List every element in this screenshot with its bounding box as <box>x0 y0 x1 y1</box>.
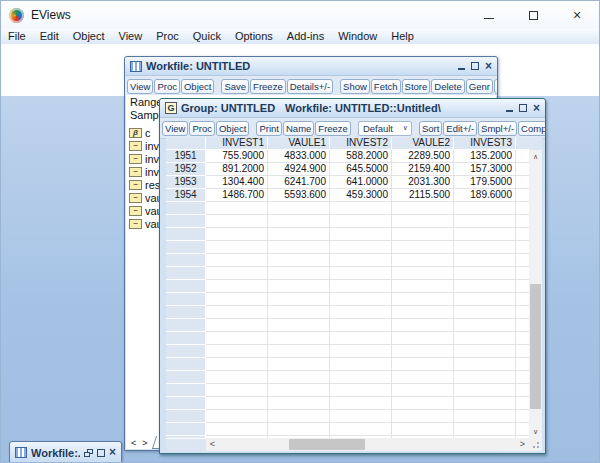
column-header[interactable]: VAULE1 <box>268 137 330 150</box>
wf-proc-button[interactable]: Proc <box>154 79 180 94</box>
table-cell-empty[interactable] <box>206 410 268 423</box>
minimized-workfile-bar[interactable]: Workfile:... × <box>9 441 122 463</box>
obs-cell-empty[interactable] <box>166 332 206 345</box>
grp-proc-button[interactable]: Proc <box>189 121 215 136</box>
table-cell-empty[interactable] <box>268 280 330 293</box>
table-cell-empty[interactable] <box>330 423 392 436</box>
table-cell-empty[interactable] <box>454 202 516 215</box>
workfile-minimize-icon[interactable] <box>458 68 465 70</box>
menu-edit[interactable]: Edit <box>33 29 66 44</box>
maximize-icon[interactable] <box>97 449 105 457</box>
obs-cell-empty[interactable] <box>166 397 206 410</box>
group-minimize-icon[interactable] <box>506 110 513 112</box>
menu-view[interactable]: View <box>112 29 150 44</box>
table-cell-empty[interactable] <box>206 267 268 280</box>
grp-object-button[interactable]: Object <box>216 121 249 136</box>
table-cell-empty[interactable] <box>454 397 516 410</box>
table-cell-empty[interactable] <box>268 267 330 280</box>
table-cell-empty[interactable] <box>392 202 454 215</box>
table-cell-empty[interactable] <box>206 293 268 306</box>
table-cell-empty[interactable] <box>268 293 330 306</box>
obs-cell-empty[interactable] <box>166 267 206 280</box>
table-cell-empty[interactable] <box>330 397 392 410</box>
table-cell[interactable]: 4833.000 <box>268 150 330 163</box>
table-cell[interactable]: 1304.400 <box>206 176 268 189</box>
column-header[interactable]: VAULE2 <box>392 137 454 150</box>
table-cell-empty[interactable] <box>206 202 268 215</box>
table-cell[interactable]: 135.2000 <box>454 150 516 163</box>
main-titlebar[interactable]: EViews × <box>1 1 599 29</box>
table-cell-empty[interactable] <box>392 384 454 397</box>
wf-show-button[interactable]: Show <box>340 79 370 94</box>
wf-details-button[interactable]: Details+/- <box>287 79 333 94</box>
table-cell[interactable]: 2031.300 <box>392 176 454 189</box>
obs-cell[interactable]: 1954 <box>166 189 206 202</box>
restore-icon[interactable] <box>84 449 93 457</box>
table-cell-empty[interactable] <box>268 319 330 332</box>
wf-freeze-button[interactable]: Freeze <box>250 79 286 94</box>
table-cell-empty[interactable] <box>330 280 392 293</box>
menu-help[interactable]: Help <box>384 29 421 44</box>
table-cell-empty[interactable] <box>206 306 268 319</box>
grp-print-button[interactable]: Print <box>256 121 282 136</box>
grp-freeze-button[interactable]: Freeze <box>315 121 351 136</box>
obs-cell-empty[interactable] <box>166 358 206 371</box>
table-cell-empty[interactable] <box>454 384 516 397</box>
table-cell-empty[interactable] <box>330 410 392 423</box>
grp-view-button[interactable]: View <box>162 121 188 136</box>
group-titlebar[interactable]: G Group: UNTITLED Workfile: UNTITLED::Un… <box>160 99 545 118</box>
obs-cell-empty[interactable] <box>166 410 206 423</box>
column-header[interactable]: INVEST2 <box>330 137 392 150</box>
wf-sample-button[interactable]: Sample <box>494 79 497 94</box>
menu-addins[interactable]: Add-ins <box>280 29 331 44</box>
wf-view-button[interactable]: View <box>127 79 153 94</box>
obs-cell-empty[interactable] <box>166 241 206 254</box>
obs-cell-empty[interactable] <box>166 202 206 215</box>
table-cell-empty[interactable] <box>206 371 268 384</box>
grp-compare-button[interactable]: Compare+/- <box>518 121 545 136</box>
table-cell[interactable]: 2159.400 <box>392 163 454 176</box>
table-cell-empty[interactable] <box>392 241 454 254</box>
table-cell-empty[interactable] <box>330 332 392 345</box>
grp-sort-button[interactable]: Sort <box>419 121 442 136</box>
vertical-scrollbar-thumb[interactable] <box>530 284 541 409</box>
table-cell-empty[interactable] <box>206 332 268 345</box>
obs-cell-empty[interactable] <box>166 371 206 384</box>
table-cell-empty[interactable] <box>206 397 268 410</box>
table-cell[interactable]: 1486.700 <box>206 189 268 202</box>
table-cell-empty[interactable] <box>330 306 392 319</box>
table-cell-empty[interactable] <box>392 293 454 306</box>
column-header[interactable]: INVEST1 <box>206 137 268 150</box>
table-cell-empty[interactable] <box>268 202 330 215</box>
table-cell-empty[interactable] <box>268 358 330 371</box>
table-cell-empty[interactable] <box>454 371 516 384</box>
table-cell-empty[interactable] <box>330 371 392 384</box>
table-cell-empty[interactable] <box>454 358 516 371</box>
table-cell[interactable]: 4924.900 <box>268 163 330 176</box>
table-cell[interactable]: 189.6000 <box>454 189 516 202</box>
grp-edit-button[interactable]: Edit+/- <box>443 121 477 136</box>
wf-object-button[interactable]: Object <box>181 79 214 94</box>
menu-object[interactable]: Object <box>66 29 112 44</box>
table-cell-empty[interactable] <box>330 254 392 267</box>
table-cell-empty[interactable] <box>206 319 268 332</box>
table-cell-empty[interactable] <box>454 306 516 319</box>
obs-cell-empty[interactable] <box>166 228 206 241</box>
table-cell[interactable]: 891.2000 <box>206 163 268 176</box>
table-cell-empty[interactable] <box>268 241 330 254</box>
obs-cell[interactable]: 1951 <box>166 150 206 163</box>
scroll-down-arrow[interactable]: ∨ <box>529 425 542 438</box>
table-cell-empty[interactable] <box>330 384 392 397</box>
table-cell-empty[interactable] <box>206 241 268 254</box>
obs-cell-empty[interactable] <box>166 319 206 332</box>
table-cell-empty[interactable] <box>330 358 392 371</box>
table-cell-empty[interactable] <box>206 228 268 241</box>
table-cell-empty[interactable] <box>454 410 516 423</box>
table-cell-empty[interactable] <box>454 280 516 293</box>
table-cell[interactable]: 588.2000 <box>330 150 392 163</box>
table-cell-empty[interactable] <box>330 267 392 280</box>
table-cell[interactable]: 2289.500 <box>392 150 454 163</box>
table-cell[interactable]: 459.3000 <box>330 189 392 202</box>
table-cell-empty[interactable] <box>268 215 330 228</box>
resize-grip[interactable] <box>529 438 542 451</box>
